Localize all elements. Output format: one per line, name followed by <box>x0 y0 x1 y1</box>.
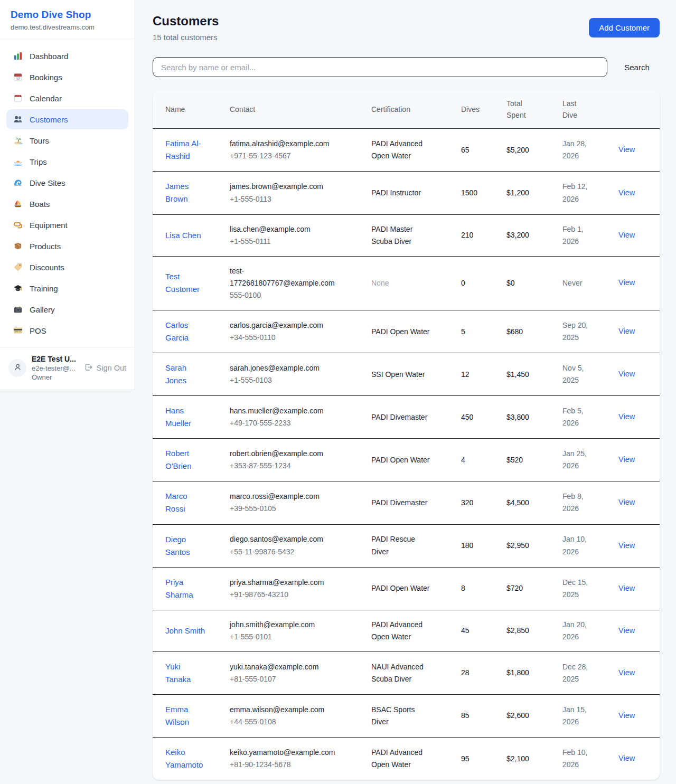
customer-name-link[interactable]: Lisa Chen <box>165 229 201 242</box>
sidebar-item-dashboard[interactable]: Dashboard <box>6 46 128 66</box>
customer-total-spent: $680 <box>506 310 562 353</box>
view-link[interactable]: View <box>618 145 635 154</box>
search-button[interactable]: Search <box>621 63 653 72</box>
customer-name-link[interactable]: Priya Sharma <box>165 576 208 601</box>
customer-name-link[interactable]: Sarah Jones <box>165 362 208 387</box>
view-link[interactable]: View <box>618 498 635 506</box>
sidebar-item-discounts[interactable]: Discounts <box>6 257 128 277</box>
view-link[interactable]: View <box>618 327 635 335</box>
customer-dives: 210 <box>461 214 506 256</box>
customer-total-spent: $1,800 <box>506 651 562 694</box>
customers-table-body: Fatima Al-Rashidfatima.alrashid@example.… <box>153 129 660 780</box>
customer-dives: 1500 <box>461 172 506 214</box>
view-link[interactable]: View <box>618 584 635 592</box>
discounts-icon <box>13 262 23 272</box>
customer-name-link[interactable]: Hans Mueller <box>165 404 208 430</box>
bookings-icon: 17 <box>13 72 23 82</box>
user-email: e2e-tester@... <box>32 364 79 372</box>
customer-total-spent: $2,850 <box>506 610 562 651</box>
customer-dives: 65 <box>461 129 506 172</box>
add-customer-button[interactable]: Add Customer <box>589 18 660 37</box>
sidebar-item-products[interactable]: Products <box>6 236 128 256</box>
view-link[interactable]: View <box>618 188 635 197</box>
sidebar-item-label: POS <box>30 326 46 335</box>
customer-name-link[interactable]: Robert O'Brien <box>165 447 208 473</box>
search-input[interactable] <box>153 57 607 77</box>
sidebar-item-dive-sites[interactable]: Dive Sites <box>6 173 128 193</box>
view-link[interactable]: View <box>618 711 635 720</box>
customer-phone: +49-170-555-2233 <box>230 417 367 429</box>
sidebar-item-trips[interactable]: Trips <box>6 152 128 172</box>
calendar-icon <box>13 93 23 103</box>
customer-certification: PADI Master Scuba Diver <box>371 223 430 248</box>
customer-name-link[interactable]: Marco Rossi <box>165 490 208 515</box>
customer-phone: +81-90-1234-5678 <box>230 759 367 771</box>
sidebar-item-bookings[interactable]: 17Bookings <box>6 67 128 87</box>
tours-icon <box>13 136 23 145</box>
shop-name: Demo Dive Shop <box>11 9 124 21</box>
customer-total-spent: $4,500 <box>506 481 562 524</box>
view-link[interactable]: View <box>618 541 635 550</box>
table-row: Yuki Tanakayuki.tanaka@example.com+81-55… <box>153 651 660 694</box>
svg-text:17: 17 <box>16 77 20 81</box>
sidebar-item-label: Boats <box>30 200 50 209</box>
customer-phone: +39-555-0105 <box>230 503 367 515</box>
customer-email: priya.sharma@example.com <box>230 577 343 589</box>
view-link[interactable]: View <box>618 754 635 762</box>
sidebar-item-calendar[interactable]: Calendar <box>6 88 128 108</box>
sidebar-item-label: Trips <box>30 157 47 166</box>
equipment-icon <box>13 220 23 230</box>
customer-last-dive: Jan 15, 2026 <box>562 704 594 728</box>
customer-email: hans.mueller@example.com <box>230 405 343 417</box>
boats-icon <box>13 199 23 209</box>
customer-phone: +1-555-0103 <box>230 374 367 386</box>
customer-dives: 95 <box>461 738 506 780</box>
sign-out-button[interactable]: Sign Out <box>84 363 127 373</box>
sidebar-item-tours[interactable]: Tours <box>6 130 128 150</box>
customer-name-link[interactable]: James Brown <box>165 180 208 205</box>
customer-last-dive: Jan 10, 2026 <box>562 533 594 558</box>
customer-name-link[interactable]: Keiko Yamamoto <box>165 746 208 771</box>
table-row: Carlos Garciacarlos.garcia@example.com+3… <box>153 310 660 353</box>
table-row: Test Customertest-1772681807767@example.… <box>153 256 660 310</box>
products-icon <box>13 241 23 251</box>
view-link[interactable]: View <box>618 231 635 239</box>
customer-last-dive: Feb 10, 2026 <box>562 747 594 771</box>
person-icon <box>13 363 22 374</box>
view-link[interactable]: View <box>618 626 635 635</box>
customer-name-link[interactable]: Diego Santos <box>165 533 208 559</box>
column-header-certification: Certification <box>371 91 461 129</box>
sidebar-header: Demo Dive Shop demo.test.divestreams.com <box>0 0 135 39</box>
sidebar-item-equipment[interactable]: Equipment <box>6 215 128 235</box>
sidebar-item-gallery[interactable]: Gallery <box>6 299 128 319</box>
view-link[interactable]: View <box>618 370 635 378</box>
customer-dives: 450 <box>461 396 506 439</box>
user-role: Owner <box>32 373 79 381</box>
view-link[interactable]: View <box>618 668 635 677</box>
customer-name-link[interactable]: Carlos Garcia <box>165 319 208 344</box>
sidebar-item-training[interactable]: Training <box>6 278 128 298</box>
customer-dives: 4 <box>461 439 506 481</box>
customer-name-link[interactable]: Fatima Al-Rashid <box>165 137 208 163</box>
sidebar-item-label: Customers <box>30 115 68 124</box>
table-row: Robert O'Brienrobert.obrien@example.com+… <box>153 439 660 481</box>
column-header-contact: Contact <box>230 91 371 129</box>
sidebar-item-boats[interactable]: Boats <box>6 194 128 214</box>
trips-icon <box>13 157 23 166</box>
view-link[interactable]: View <box>618 278 635 287</box>
sidebar-item-pos[interactable]: POS <box>6 320 128 341</box>
customer-last-dive: Dec 15, 2025 <box>562 577 594 601</box>
customer-name-link[interactable]: Test Customer <box>165 270 208 296</box>
customer-name-link[interactable]: Emma Wilson <box>165 703 208 729</box>
customer-email: carlos.garcia@example.com <box>230 319 343 332</box>
view-link[interactable]: View <box>618 455 635 464</box>
customer-certification: PADI Divemaster <box>371 411 427 423</box>
customer-phone: +1-555-0113 <box>230 193 367 205</box>
sidebar-item-label: Training <box>30 284 58 293</box>
view-link[interactable]: View <box>618 412 635 421</box>
customer-name-link[interactable]: John Smith <box>165 625 205 637</box>
customer-name-link[interactable]: Yuki Tanaka <box>165 660 208 686</box>
customer-certification: NAUI Advanced Scuba Diver <box>371 661 430 685</box>
sidebar-item-customers[interactable]: Customers <box>6 109 128 129</box>
user-meta: E2E Test U... e2e-tester@... Owner <box>32 355 79 381</box>
